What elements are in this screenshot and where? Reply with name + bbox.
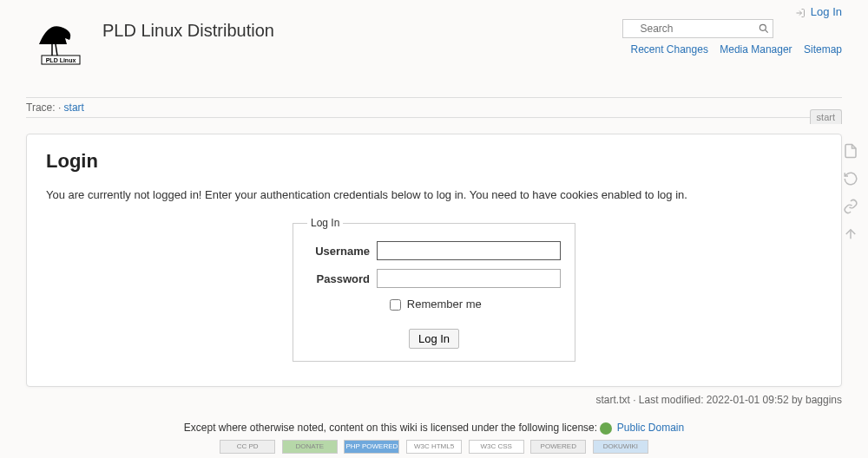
search-input[interactable]	[637, 20, 773, 37]
footer-badges: CC PD DONATE PHP POWERED W3C HTML5 W3C C…	[26, 440, 842, 455]
login-submit-button[interactable]: Log In	[409, 329, 459, 349]
nav-sitemap[interactable]: Sitemap	[804, 43, 842, 56]
badge-cc[interactable]: CC PD	[220, 440, 275, 454]
svg-text:PLD Linux: PLD Linux	[46, 57, 76, 63]
trace-label: Trace:	[26, 101, 56, 114]
page-title: Login	[46, 150, 822, 173]
login-legend: Log In	[307, 217, 343, 229]
site-title[interactable]: PLD Linux Distribution	[102, 21, 274, 41]
main-content: Login You are currently not logged in! E…	[26, 134, 842, 387]
last-modified-text: start.txt · Last modified: 2022-01-01 09…	[26, 394, 842, 406]
nav-recent-changes[interactable]: Recent Changes	[631, 43, 708, 56]
header-tools: Recent Changes Media Manager Sitemap	[622, 19, 843, 56]
revisions-icon[interactable]	[838, 167, 863, 191]
breadcrumb: Trace: · start	[26, 97, 842, 118]
remember-label: Remember me	[407, 298, 482, 311]
login-link-text[interactable]: Log In	[811, 5, 842, 18]
search-form	[622, 19, 773, 38]
trace-link-start[interactable]: start	[64, 101, 84, 114]
login-intro-text: You are currently not logged in! Enter y…	[46, 188, 822, 201]
license-pre: Except where otherwise noted, content on…	[184, 422, 601, 434]
remember-checkbox[interactable]	[390, 299, 401, 311]
login-fieldset: Log In Username Password Remember me Log…	[293, 217, 575, 362]
page-tab-start[interactable]: start	[810, 109, 842, 124]
trace-sep: ·	[58, 101, 61, 114]
password-label: Password	[307, 272, 370, 285]
badge-php[interactable]: PHP POWERED	[344, 440, 399, 454]
site-logo[interactable]: PLD Linux	[26, 14, 95, 66]
badge-html5[interactable]: W3C HTML5	[406, 440, 462, 454]
header: PLD Linux PLD Linux Distribution Recent …	[26, 0, 842, 66]
password-input[interactable]	[377, 269, 561, 288]
nav-media-manager[interactable]: Media Manager	[720, 43, 792, 56]
top-login-link[interactable]: Log In	[795, 5, 842, 18]
search-icon[interactable]	[758, 23, 770, 37]
svg-line-6	[765, 29, 767, 32]
show-page-icon[interactable]	[838, 139, 863, 163]
badge-dokuwiki[interactable]: DOKUWIKI	[593, 440, 648, 454]
svg-point-5	[760, 24, 766, 30]
license-text: Except where otherwise noted, content on…	[26, 422, 842, 435]
license-link[interactable]: Public Domain	[617, 422, 684, 434]
backlinks-icon[interactable]	[838, 194, 863, 219]
badge-donate[interactable]: DONATE	[282, 440, 338, 454]
page-tools	[838, 139, 863, 250]
public-domain-icon	[600, 422, 612, 435]
badge-powered[interactable]: POWERED	[530, 440, 586, 454]
badge-css[interactable]: W3C CSS	[469, 440, 524, 454]
back-to-top-icon[interactable]	[838, 222, 863, 246]
username-label: Username	[307, 245, 370, 258]
svg-line-2	[56, 44, 57, 56]
username-input[interactable]	[377, 241, 561, 260]
login-icon	[795, 8, 806, 18]
